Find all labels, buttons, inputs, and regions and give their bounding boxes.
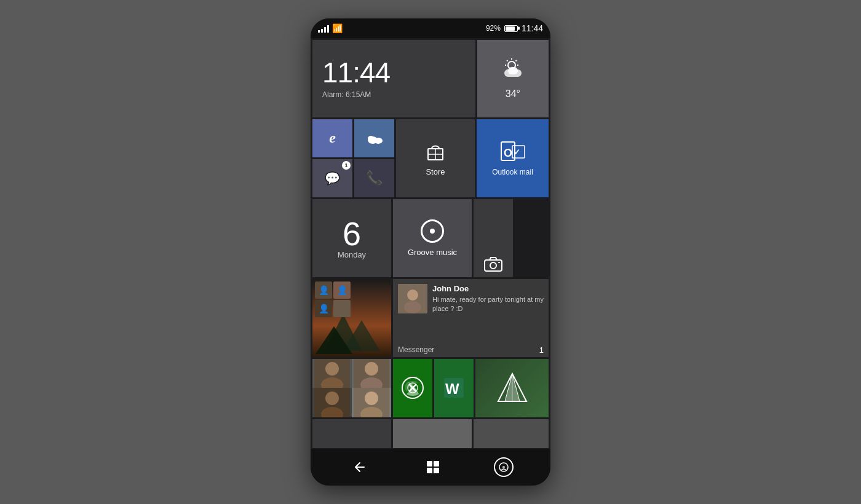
people-avatar-3 [312,388,352,417]
messenger-sender: John Doe [432,284,544,293]
svg-point-34 [365,362,378,376]
row-1: 11:44 Alarm: 6:15AM [311,38,550,118]
svg-line-7 [515,60,517,61]
tile-word[interactable]: W [434,359,474,417]
svg-text:O: O [504,147,512,159]
tile-messenger[interactable]: John Doe Hi mate, ready for party tonigh… [393,279,549,357]
svg-rect-21 [485,260,502,271]
status-time: 11:44 [522,23,543,33]
svg-line-5 [507,60,508,61]
clock-alarm: Alarm: 6:15AM [322,90,466,99]
xbox-icon [402,377,424,399]
small-col-mid: 📞 [354,119,394,197]
tile-phone[interactable]: 📞 [354,159,394,197]
tile-partial-2 [393,419,472,448]
calendar-day: Monday [338,250,366,259]
back-button[interactable] [347,455,372,479]
messenger-count: 1 [539,345,544,355]
svg-point-31 [325,362,339,376]
outlook-icon: O ✓ [500,140,526,163]
tile-messages[interactable]: 💬 1 [312,159,352,197]
people-avatar-2 [352,359,391,388]
messages-badge: 1 [342,161,351,170]
messenger-avatar [398,284,427,313]
svg-point-13 [368,136,374,141]
phone-frame: 📶 92% 11:44 11:44 Alarm: 6:15AM [311,18,550,486]
store-icon [424,140,446,162]
svg-rect-10 [508,67,518,74]
weather-icon [501,57,525,84]
cortana-icon [498,462,509,473]
tile-camera[interactable] [474,199,513,277]
row-5: W [311,358,550,418]
store-label: Store [426,167,445,176]
battery-icon [504,25,518,32]
windows-button[interactable] [421,455,445,479]
tile-weather[interactable]: 34° [477,40,549,117]
messages-icon: 💬 [325,171,340,186]
wifi-icon: 📶 [332,23,343,33]
svg-point-40 [365,392,378,405]
row-3: 6 Monday Groove music [311,198,550,278]
calendar-number: 6 [343,217,361,250]
tile-outlook[interactable]: O ✓ Outlook mail [477,119,549,197]
people-avatar-4 [352,388,391,417]
messenger-message: Hi mate, ready for party tonight at my p… [432,295,544,314]
tent-icon [495,371,530,405]
signal-icon [318,24,329,33]
camera-icon [483,255,503,272]
tile-clock[interactable]: 11:44 Alarm: 6:15AM [312,40,475,117]
svg-text:✓: ✓ [514,148,520,157]
people-avatar-1 [312,359,352,388]
tile-edge[interactable]: e [312,119,352,157]
tiles-area: 11:44 Alarm: 6:15AM [311,38,550,449]
status-bar: 📶 92% 11:44 [311,18,550,38]
clock-time: 11:44 [322,58,466,87]
svg-point-29 [404,301,421,313]
tile-camping[interactable] [475,359,549,417]
outlook-label: Outlook mail [492,168,533,176]
windows-logo [427,461,439,473]
tile-people-bg[interactable]: 👤 👤 👤 [312,279,391,357]
svg-point-37 [325,392,339,405]
groove-icon [421,219,444,243]
phone-icon: 📞 [366,170,383,186]
tile-people-grid[interactable] [312,359,391,417]
svg-point-50 [502,466,505,468]
tile-partial-3 [474,419,549,448]
nav-bar [311,449,550,486]
edge-icon: e [329,130,336,146]
tile-calendar[interactable]: 6 Monday [312,199,391,277]
svg-text:W: W [445,380,459,397]
small-col-left: e 💬 1 [312,119,352,197]
messenger-app-label: Messenger [398,345,434,354]
row-6 [311,418,550,449]
weather-temp: 34° [506,89,520,100]
status-left: 📶 [318,23,343,33]
svg-point-28 [407,289,418,301]
tile-store[interactable]: Store [396,119,475,197]
groove-label: Groove music [408,248,457,257]
people-avatars: 👤 👤 👤 [315,282,351,317]
row-2: e 💬 1 📞 [311,118,550,198]
svg-rect-23 [498,262,500,263]
tile-onedrive[interactable] [354,119,394,157]
status-right: 92% 11:44 [486,23,543,33]
tile-groove[interactable]: Groove music [393,199,472,277]
battery-percent: 92% [486,24,501,33]
row-4: 👤 👤 👤 John Doe [311,278,550,358]
svg-point-22 [490,262,496,269]
word-icon: W [443,377,465,399]
tile-partial-1 [312,419,391,448]
tile-xbox[interactable] [393,359,432,417]
cortana-button[interactable] [494,457,514,477]
